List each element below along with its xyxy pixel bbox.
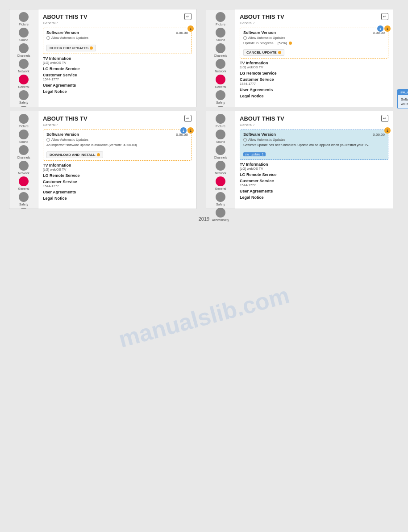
- sidebar-3: Picture Sound Channels Network General: [9, 111, 38, 209]
- sidebar-item-channels-4[interactable]: Channels: [214, 145, 227, 159]
- tv-information-3: TV Information [LG] webOS TV: [43, 163, 192, 172]
- software-section-4: 1 Software Version 0.00.00 Allow Automat…: [240, 130, 388, 160]
- software-version-label-4: Software Version: [243, 132, 276, 137]
- sidebar-item-sound-2[interactable]: Sound: [216, 28, 225, 42]
- picture-icon-2: [216, 12, 225, 22]
- allow-updates-row-2: Allow Automatic Updates: [243, 36, 385, 40]
- sidebar-item-safety-2[interactable]: Safety: [216, 90, 225, 104]
- user-agreements-3[interactable]: User Agreements: [43, 190, 192, 194]
- legal-notice-4[interactable]: Legal Notice: [240, 195, 388, 200]
- progress-text-2: Update in progress... (52%): [243, 41, 287, 45]
- cancel-update-dot: [278, 51, 281, 54]
- sidebar-item-safety[interactable]: Safety: [19, 90, 29, 104]
- sidebar-item-general-2[interactable]: General: [215, 75, 226, 88]
- panel-header-2: ABOUT THIS TV ↩: [240, 13, 388, 20]
- legal-notice-3[interactable]: Legal Notice: [43, 196, 192, 201]
- main-content-1: ABOUT THIS TV ↩ General / 1 Software Ver…: [38, 9, 196, 107]
- allow-updates-row-4: Allow Automatic Updates: [243, 138, 385, 142]
- sidebar-item-sound-3[interactable]: Sound: [19, 130, 29, 143]
- customer-service-1: Customer Service 1544-1777: [43, 73, 192, 81]
- user-agreements-1[interactable]: User Agreements: [43, 83, 192, 88]
- main-content-2: ABOUT THIS TV ↩ General / 1 1 Software V…: [235, 9, 393, 107]
- sidebar-item-general-4[interactable]: General: [215, 176, 226, 190]
- back-button-2[interactable]: ↩: [381, 13, 388, 20]
- badge-3: 1: [187, 127, 194, 134]
- sidebar-item-safety-3[interactable]: Safety: [19, 192, 29, 206]
- sidebar-4: Picture Sound Channels Network General: [206, 111, 235, 209]
- sidebar-item-accessibility-2[interactable]: Accessibility: [212, 106, 229, 107]
- sidebar-2: Picture Sound Channels Network General: [206, 9, 235, 107]
- allow-updates-row-1: Allow Automatic Updates: [46, 36, 188, 40]
- sidebar-item-channels[interactable]: Channels: [17, 43, 30, 57]
- back-button-4[interactable]: ↩: [381, 115, 388, 122]
- sidebar-item-accessibility[interactable]: Accessibility: [15, 106, 32, 107]
- sidebar-item-picture[interactable]: Picture: [19, 12, 29, 26]
- lg-remote-service-3[interactable]: LG Remote Service: [43, 173, 192, 178]
- safety-icon-2: [216, 90, 225, 100]
- sound-icon-3: [19, 130, 29, 139]
- sidebar-item-picture-4[interactable]: Picture: [216, 114, 225, 128]
- watermark: manualslib.com: [116, 281, 292, 353]
- progress-row-2: Update in progress... (52%): [243, 41, 385, 45]
- check-updates-dot: [90, 46, 93, 50]
- channels-icon-3: [19, 145, 29, 155]
- software-version-label-1: Software Version: [46, 30, 79, 35]
- software-version-label-2: Software Version: [243, 30, 276, 35]
- sidebar-item-network-3[interactable]: Network: [18, 161, 29, 175]
- panel-subtitle-1: General /: [43, 21, 192, 25]
- back-button-1[interactable]: ↩: [184, 13, 192, 20]
- available-message-3: An important software update is availabl…: [46, 143, 188, 147]
- sidebar-item-safety-4[interactable]: Safety: [216, 192, 225, 206]
- sound-icon-2: [216, 28, 225, 38]
- sidebar-item-channels-3[interactable]: Channels: [17, 145, 30, 159]
- accessibility-icon-3: [19, 208, 29, 209]
- sidebar-item-network-2[interactable]: Network: [215, 59, 226, 73]
- panel-header-4: ABOUT THIS TV ↩: [240, 115, 388, 122]
- panel-title-1: ABOUT THIS TV: [43, 13, 87, 20]
- sidebar-item-sound[interactable]: Sound: [19, 28, 29, 42]
- lg-remote-service-2[interactable]: LG Remote Service: [240, 71, 388, 75]
- allow-updates-radio-2[interactable]: [243, 36, 247, 40]
- safety-icon: [19, 90, 29, 100]
- sidebar-item-picture-3[interactable]: Picture: [19, 114, 29, 128]
- channels-icon-2: [216, 43, 225, 53]
- allow-updates-radio-3[interactable]: [46, 138, 50, 142]
- software-version-value-1: 0.00.00: [176, 31, 188, 35]
- badge-2: 1: [384, 25, 391, 32]
- download-install-button[interactable]: DOWNLOAD AND INSTALL: [46, 151, 103, 158]
- sidebar-item-accessibility-3[interactable]: Accessibility: [15, 208, 32, 209]
- allow-updates-radio-4[interactable]: [243, 138, 247, 142]
- sidebar-item-network[interactable]: Network: [18, 59, 29, 73]
- sidebar-item-accessibility-4[interactable]: Accessibility: [212, 208, 229, 222]
- panel-title-4: ABOUT THIS TV: [240, 115, 284, 122]
- software-version-label-3: Software Version: [46, 132, 79, 137]
- panel-header-3: ABOUT THIS TV ↩: [43, 115, 192, 122]
- panel-2: Picture Sound Channels Network General: [206, 9, 393, 107]
- sidebar-item-picture-2[interactable]: Picture: [216, 12, 225, 26]
- customer-service-4: Customer Service 1544-1777: [240, 179, 388, 187]
- legal-notice-2[interactable]: Legal Notice: [240, 94, 388, 98]
- four-panel-grid: Picture Sound Channels Network General: [9, 9, 399, 209]
- allow-updates-radio-1[interactable]: [46, 36, 50, 40]
- sidebar-item-channels-2[interactable]: Channels: [214, 43, 227, 57]
- sidebar-item-general-3[interactable]: General: [18, 176, 29, 190]
- channels-icon-4: [216, 145, 225, 155]
- panel-subtitle-3: General /: [43, 123, 192, 127]
- cancel-update-button[interactable]: CANCEL UPDATE: [243, 49, 284, 56]
- sidebar-item-general[interactable]: General: [18, 75, 29, 88]
- user-agreements-4[interactable]: User Agreements: [240, 189, 388, 193]
- page-container: manualslib.com Picture Sound Channels: [0, 0, 408, 532]
- software-section-2: 1 1 Software Version 0.00.00 Allow Autom…: [240, 28, 388, 59]
- safety-icon-4: [216, 192, 225, 202]
- sidebar-item-sound-4[interactable]: Sound: [216, 130, 225, 143]
- user-agreements-2[interactable]: User Agreements: [240, 88, 388, 92]
- lg-remote-service-4[interactable]: LG Remote Service: [240, 172, 388, 177]
- sidebar-item-network-4[interactable]: Network: [215, 161, 226, 175]
- legal-notice-1[interactable]: Legal Notice: [43, 89, 192, 94]
- tooltip-box: sw_update_1 Software update has been ins…: [397, 89, 408, 109]
- check-updates-button[interactable]: CHECK FOR UPDATES: [46, 45, 96, 51]
- tv-information-1: TV Information [LG] webOS TV: [43, 56, 192, 65]
- sound-icon-4: [216, 130, 225, 139]
- lg-remote-service-1[interactable]: LG Remote Service: [43, 67, 192, 71]
- back-button-3[interactable]: ↩: [184, 115, 192, 122]
